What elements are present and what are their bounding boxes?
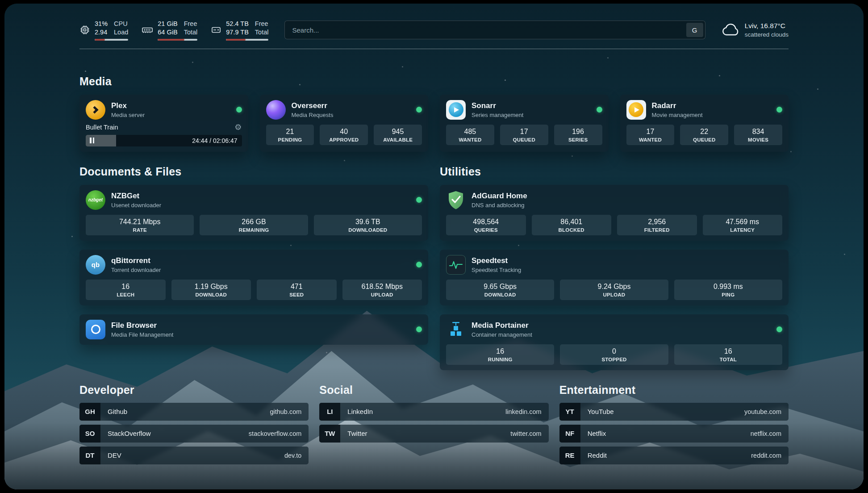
- stat-upload: 9.24 Gbps UPLOAD: [560, 280, 668, 300]
- memory-monitor: 21 GiB 64 GiB Free Total: [142, 20, 197, 41]
- stat-download: 1.19 Gbps DOWNLOAD: [171, 280, 251, 300]
- portainer-icon: [446, 320, 466, 339]
- status-dot-filebrowser: [416, 326, 422, 332]
- bookmark-abbr: GH: [79, 403, 100, 421]
- app-name-filebrowser: File Browser: [111, 321, 173, 330]
- top-bar: 31% 2.94 CPU Load: [79, 20, 789, 41]
- dashboard-frame: 31% 2.94 CPU Load: [4, 4, 864, 489]
- app-card-radarr[interactable]: Radarr Movie management 17 WANTED 22 QUE…: [620, 95, 789, 152]
- app-card-nzbget[interactable]: nzbget NZBGet Usenet downloader 744.21 M…: [79, 185, 428, 241]
- app-name-qbittorrent: qBittorrent: [111, 256, 161, 265]
- app-name-overseerr: Overseerr: [292, 101, 334, 110]
- resource-monitors: 31% 2.94 CPU Load: [79, 20, 268, 41]
- disk-free-value: 52.4 TB: [226, 20, 249, 28]
- pause-icon[interactable]: [90, 138, 96, 143]
- bookmark-name: Netflix: [588, 430, 606, 437]
- status-dot-nzbget: [416, 197, 422, 203]
- bookmark-stackoverflow[interactable]: SO StackOverflow stackoverflow.com: [79, 425, 309, 443]
- section-title-social: Social: [319, 384, 548, 397]
- stat-movies: 834 MOVIES: [734, 125, 782, 145]
- bookmark-url: linkedin.com: [505, 408, 542, 415]
- stat-wanted: 17 WANTED: [626, 125, 675, 145]
- plex-now-playing: Bullet Train ⚙: [86, 123, 242, 131]
- section-documents: Documents & Files nzbget NZBGet Usenet d…: [79, 165, 428, 345]
- section-social: Social LI LinkedIn linkedin.com TW Twitt…: [319, 384, 548, 464]
- cloud-icon: [722, 23, 739, 37]
- app-subtitle-qbittorrent: Torrent downloader: [111, 267, 161, 273]
- stat-wanted: 485 WANTED: [446, 125, 494, 145]
- bookmark-github[interactable]: GH Github github.com: [79, 403, 309, 421]
- snow-specks: [4, 4, 6, 5]
- weather-condition: scattered clouds: [745, 31, 789, 39]
- search-input[interactable]: [284, 21, 705, 39]
- app-card-portainer[interactable]: Media Portainer Container management 16 …: [440, 314, 789, 370]
- stat-seed: 471 SEED: [257, 280, 337, 300]
- disk-icon: [211, 25, 221, 35]
- stat-remaining: 266 GB REMAINING: [200, 215, 308, 235]
- cpu-load-label: Load: [114, 28, 128, 37]
- bookmark-abbr: RE: [559, 447, 580, 464]
- app-card-qbittorrent[interactable]: qb qBittorrent Torrent downloader 16: [79, 250, 428, 305]
- app-name-sonarr: Sonarr: [472, 101, 523, 110]
- memory-total-value: 64 GiB: [158, 28, 177, 37]
- stat-total: 16 TOTAL: [674, 344, 782, 365]
- bookmark-youtube[interactable]: YT YouTube youtube.com: [559, 403, 789, 421]
- app-subtitle-overseerr: Media Requests: [292, 112, 334, 118]
- stat-latency: 47.569 ms LATENCY: [703, 215, 783, 235]
- bookmark-twitter[interactable]: TW Twitter twitter.com: [319, 425, 548, 443]
- nzbget-icon: nzbget: [86, 190, 105, 210]
- app-subtitle-sonarr: Series management: [472, 112, 523, 118]
- bookmark-dev[interactable]: DT DEV dev.to: [79, 447, 309, 464]
- stat-pending: 21 PENDING: [266, 125, 314, 145]
- bookmark-name: DEV: [108, 451, 121, 459]
- stat-queries: 498,564 QUERIES: [446, 215, 526, 235]
- search-engine-button[interactable]: G: [686, 23, 703, 37]
- cpu-percent: 31%: [95, 20, 108, 28]
- bookmark-url: dev.to: [284, 452, 301, 459]
- filebrowser-icon: [86, 320, 105, 339]
- stat-upload: 618.52 Mbps UPLOAD: [342, 280, 422, 300]
- weather-widget: Lviv, 16.87°C scattered clouds: [722, 21, 789, 39]
- cpu-usage-bar: [95, 39, 128, 41]
- weather-location: Lviv, 16.87°C: [745, 21, 789, 31]
- search-bar: G: [284, 21, 705, 39]
- sonarr-icon: [446, 100, 466, 120]
- disk-free-label: Free: [255, 20, 269, 28]
- memory-icon: [142, 25, 153, 35]
- disk-total-label: Total: [255, 28, 269, 37]
- app-subtitle-filebrowser: Media File Management: [111, 331, 173, 338]
- bookmark-url: reddit.com: [751, 452, 781, 459]
- bookmark-name: LinkedIn: [347, 408, 373, 415]
- bookmark-name: YouTube: [588, 408, 614, 415]
- app-subtitle-nzbget: Usenet downloader: [111, 202, 161, 209]
- app-card-overseerr[interactable]: Overseerr Media Requests 21 PENDING 40 A…: [260, 95, 429, 152]
- app-card-filebrowser[interactable]: File Browser Media File Management: [79, 314, 428, 345]
- settings-gear-icon[interactable]: ⚙: [234, 123, 242, 131]
- app-name-portainer: Media Portainer: [472, 321, 532, 330]
- speedtest-icon: [446, 255, 466, 275]
- disk-total-value: 97.9 TB: [226, 28, 249, 37]
- stat-ping: 0.993 ms PING: [674, 280, 782, 300]
- app-card-sonarr[interactable]: Sonarr Series management 485 WANTED 17 Q…: [440, 95, 609, 152]
- app-name-adguard: AdGuard Home: [472, 192, 527, 201]
- status-dot-overseerr: [416, 107, 422, 113]
- section-title-utilities: Utilities: [440, 165, 789, 178]
- bookmark-abbr: NF: [559, 425, 580, 443]
- bookmark-reddit[interactable]: RE Reddit reddit.com: [559, 447, 789, 464]
- bookmark-abbr: TW: [319, 425, 340, 443]
- status-dot-plex: [236, 107, 242, 113]
- app-card-adguard[interactable]: AdGuard Home DNS and adblocking 498,564 …: [440, 185, 789, 241]
- section-developer: Developer GH Github github.com SO StackO…: [79, 384, 309, 464]
- stat-queued: 22 QUEUED: [680, 125, 728, 145]
- radarr-icon: [626, 100, 646, 120]
- bookmark-linkedin[interactable]: LI LinkedIn linkedin.com: [319, 403, 548, 421]
- memory-total-label: Total: [184, 28, 198, 37]
- app-card-plex[interactable]: Plex Media server Bullet Train ⚙ 24:44 /…: [79, 95, 248, 152]
- bookmark-netflix[interactable]: NF Netflix netflix.com: [559, 425, 789, 443]
- app-card-speedtest[interactable]: Speedtest Speedtest Tracking 9.65 Gbps D…: [440, 250, 789, 305]
- section-title-developer: Developer: [79, 384, 309, 397]
- now-playing-title: Bullet Train: [86, 124, 118, 131]
- stat-leech: 16 LEECH: [86, 280, 166, 300]
- bookmark-abbr: YT: [559, 403, 580, 421]
- app-name-plex: Plex: [111, 101, 145, 110]
